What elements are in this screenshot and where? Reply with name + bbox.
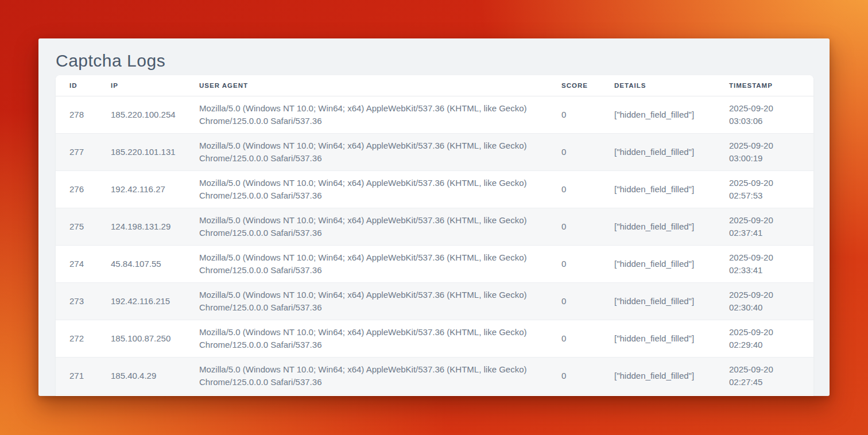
cell-id: 275	[56, 208, 111, 246]
cell-ip: 192.42.116.27	[111, 171, 199, 208]
table-row: 277 185.220.101.131 Mozilla/5.0 (Windows…	[56, 134, 813, 171]
cell-details: ["hidden_field_filled"]	[614, 171, 729, 208]
table-row: 273 192.42.116.215 Mozilla/5.0 (Windows …	[56, 283, 813, 320]
column-header-ip: IP	[111, 75, 199, 96]
cell-user-agent: Mozilla/5.0 (Windows NT 10.0; Win64; x64…	[199, 96, 561, 134]
cell-score: 0	[561, 283, 614, 320]
column-header-timestamp: TIMESTAMP	[729, 75, 813, 96]
cell-id: 271	[56, 358, 111, 395]
table-row: 274 45.84.107.55 Mozilla/5.0 (Windows NT…	[56, 246, 813, 283]
cell-user-agent: Mozilla/5.0 (Windows NT 10.0; Win64; x64…	[199, 171, 561, 208]
cell-user-agent: Mozilla/5.0 (Windows NT 10.0; Win64; x64…	[199, 283, 561, 320]
table-row: 278 185.220.100.254 Mozilla/5.0 (Windows…	[56, 96, 813, 134]
cell-score: 0	[561, 358, 614, 395]
cell-score: 0	[561, 96, 614, 134]
cell-details: ["hidden_field_filled"]	[614, 320, 729, 358]
captcha-table-body: 278 185.220.100.254 Mozilla/5.0 (Windows…	[56, 96, 813, 395]
table-row: 275 124.198.131.29 Mozilla/5.0 (Windows …	[56, 208, 813, 246]
cell-score: 0	[561, 134, 614, 171]
table-row: 272 185.100.87.250 Mozilla/5.0 (Windows …	[56, 320, 813, 358]
cell-details: ["hidden_field_filled"]	[614, 246, 729, 283]
cell-details: ["hidden_field_filled"]	[614, 96, 729, 134]
cell-id: 277	[56, 134, 111, 171]
captcha-logs-table: ID IP USER AGENT SCORE DETAILS TIMESTAMP…	[56, 75, 813, 395]
cell-score: 0	[561, 208, 614, 246]
cell-timestamp: 2025-09-20 02:29:40	[729, 320, 813, 358]
cell-timestamp: 2025-09-20 02:27:45	[729, 358, 813, 395]
cell-id: 278	[56, 96, 111, 134]
captcha-logs-table-container: ID IP USER AGENT SCORE DETAILS TIMESTAMP…	[56, 75, 813, 396]
column-header-score: SCORE	[561, 75, 614, 96]
cell-id: 272	[56, 320, 111, 358]
cell-user-agent: Mozilla/5.0 (Windows NT 10.0; Win64; x64…	[199, 134, 561, 171]
table-row: 271 185.40.4.29 Mozilla/5.0 (Windows NT …	[56, 358, 813, 395]
cell-user-agent: Mozilla/5.0 (Windows NT 10.0; Win64; x64…	[199, 208, 561, 246]
cell-timestamp: 2025-09-20 02:30:40	[729, 283, 813, 320]
cell-user-agent: Mozilla/5.0 (Windows NT 10.0; Win64; x64…	[199, 246, 561, 283]
cell-details: ["hidden_field_filled"]	[614, 208, 729, 246]
cell-timestamp: 2025-09-20 02:33:41	[729, 246, 813, 283]
cell-details: ["hidden_field_filled"]	[614, 134, 729, 171]
page-title: Captcha Logs	[38, 38, 830, 74]
cell-ip: 185.40.4.29	[111, 358, 199, 395]
cell-ip: 192.42.116.215	[111, 283, 199, 320]
cell-id: 273	[56, 283, 111, 320]
cell-details: ["hidden_field_filled"]	[614, 283, 729, 320]
column-header-id: ID	[56, 75, 111, 96]
cell-timestamp: 2025-09-20 02:37:41	[729, 208, 813, 246]
cell-details: ["hidden_field_filled"]	[614, 358, 729, 395]
table-header-row: ID IP USER AGENT SCORE DETAILS TIMESTAMP	[56, 75, 813, 96]
cell-score: 0	[561, 320, 614, 358]
cell-timestamp: 2025-09-20 03:00:19	[729, 134, 813, 171]
cell-ip: 124.198.131.29	[111, 208, 199, 246]
cell-id: 276	[56, 171, 111, 208]
cell-score: 0	[561, 171, 614, 208]
cell-ip: 185.220.101.131	[111, 134, 199, 171]
cell-ip: 185.220.100.254	[111, 96, 199, 134]
captcha-logs-panel: Captcha Logs ID IP USER AGENT SCORE DETA…	[38, 38, 830, 396]
cell-timestamp: 2025-09-20 03:03:06	[729, 96, 813, 134]
cell-timestamp: 2025-09-20 02:57:53	[729, 171, 813, 208]
cell-id: 274	[56, 246, 111, 283]
column-header-user-agent: USER AGENT	[199, 75, 561, 96]
cell-ip: 185.100.87.250	[111, 320, 199, 358]
table-row: 276 192.42.116.27 Mozilla/5.0 (Windows N…	[56, 171, 813, 208]
column-header-details: DETAILS	[614, 75, 729, 96]
cell-user-agent: Mozilla/5.0 (Windows NT 10.0; Win64; x64…	[199, 320, 561, 358]
cell-user-agent: Mozilla/5.0 (Windows NT 10.0; Win64; x64…	[199, 358, 561, 395]
table-header: ID IP USER AGENT SCORE DETAILS TIMESTAMP	[56, 75, 813, 96]
cell-score: 0	[561, 246, 614, 283]
cell-ip: 45.84.107.55	[111, 246, 199, 283]
